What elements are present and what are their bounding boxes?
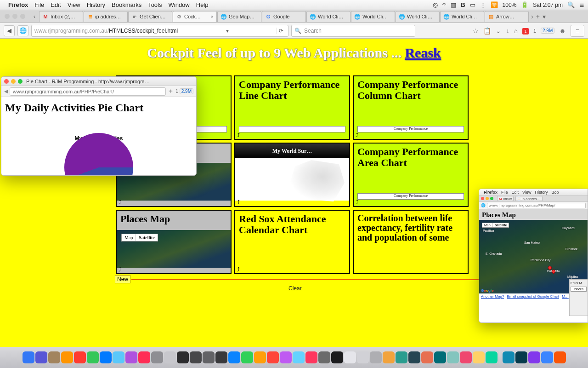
dock-app-icon[interactable] [528, 351, 540, 363]
dropdown-icon[interactable]: ▾ [224, 28, 231, 34]
cell-line-chart[interactable]: Company Performance Line Chart ⤴ [234, 75, 350, 140]
dock-app-icon[interactable] [541, 351, 553, 363]
home-icon[interactable]: ⌂ [514, 27, 517, 34]
dock-app-icon[interactable] [100, 351, 112, 363]
dock-app-icon[interactable] [396, 351, 407, 363]
bold-b-icon[interactable]: B [461, 1, 465, 8]
map-button[interactable]: Map [122, 234, 136, 241]
tab-inbox[interactable]: M Inbox (2,… [39, 11, 83, 22]
tab-worldcli-1[interactable]: 🌐 World Cli… [306, 11, 351, 22]
dock-app-icon[interactable] [408, 351, 420, 363]
cell-column-chart[interactable]: Company Performance Column Chart Company… [353, 75, 469, 140]
dock-app-icon[interactable] [554, 351, 566, 363]
pocket-icon[interactable]: ⌄ [496, 27, 501, 34]
spotlight-icon[interactable]: 🔍 [567, 1, 575, 8]
app-name[interactable]: Firefox [8, 1, 28, 8]
back-icon[interactable]: ◀ [4, 88, 8, 94]
clipboard-icon[interactable]: 📋 [483, 27, 491, 34]
tab-geomap[interactable]: 🌐 Geo Map… [217, 11, 261, 22]
close-icon[interactable] [481, 197, 484, 200]
menu-history[interactable]: History [87, 1, 105, 8]
dock-app-icon[interactable] [35, 351, 47, 363]
map-button[interactable]: Map [482, 223, 493, 227]
tab-worldcli-4[interactable]: 🌐 World Cli… [440, 11, 484, 22]
downloads-icon[interactable]: ↓ [506, 27, 509, 34]
menu-file[interactable]: File [34, 1, 44, 8]
dock-app-icon[interactable] [113, 351, 124, 363]
tab-scroll-left[interactable]: ‹ [30, 13, 39, 20]
clear-link[interactable]: Clear [288, 285, 302, 292]
another-map-link[interactable]: Another Map? [481, 294, 504, 299]
dock-app-icon[interactable] [280, 351, 292, 363]
popup-urlbar[interactable]: www.rjmprogramming.com.au/PHP/PieChart/ [10, 87, 166, 96]
dock-app-icon[interactable] [48, 351, 60, 363]
share-icon[interactable]: ✈ [169, 88, 173, 94]
dock-app-icon[interactable] [241, 351, 253, 363]
tab-getclient[interactable]: IP Get Clien… [128, 11, 172, 22]
tab-arrow[interactable]: ▦ Arrow… [485, 11, 529, 22]
mini-tab-inbox[interactable]: M Inbox [497, 196, 514, 201]
satellite-button[interactable]: Satellite [136, 234, 157, 241]
menu-bookmarks[interactable]: Bookmarks [112, 1, 141, 8]
mini-tab-ip[interactable]: ≣ ip addres… [515, 196, 542, 201]
box-icon[interactable]: ▥ [451, 1, 456, 8]
dock-app-icon[interactable] [151, 351, 163, 363]
url-bar[interactable]: www.rjmprogramming.com.au/ HTMLCSS/cockp… [31, 25, 288, 37]
menu-help[interactable]: Help [196, 1, 209, 8]
popout-icon[interactable]: ⤴ [356, 199, 358, 206]
notification-center-icon[interactable]: ≣ [579, 1, 584, 8]
clock[interactable]: Sat 2:07 pm [533, 2, 563, 8]
dock-app-icon[interactable] [254, 351, 266, 363]
dock-app-icon[interactable] [486, 351, 498, 363]
cell-world-survey[interactable]: My World Sur… ⤴ [234, 143, 350, 207]
dock-app-icon[interactable] [203, 351, 215, 363]
close-dot[interactable] [5, 14, 10, 19]
email-snapshot-link[interactable]: Email snapshot of Google Chart [507, 294, 559, 299]
tab-cockpit[interactable]: ⚙ Cock… × [173, 11, 217, 22]
dock-app-icon[interactable] [215, 351, 227, 363]
search-bar[interactable]: 🔍 Search [291, 25, 415, 37]
tab-google[interactable]: G Google [262, 11, 306, 22]
dock-app-icon[interactable] [515, 351, 527, 363]
mini-map-toggle[interactable]: Map Satellite [482, 223, 509, 228]
popout-icon[interactable]: ⤴ [237, 266, 240, 273]
tab-worldcli-3[interactable]: 🌐 World Cli… [396, 11, 440, 22]
dock-app-icon[interactable] [344, 351, 356, 363]
minimize-icon[interactable] [11, 79, 16, 84]
dock-app-icon[interactable] [23, 351, 34, 363]
mini-urlbar[interactable]: www.rjmprogramming.com.au/PHP/Map/ [487, 203, 586, 208]
dock-app-icon[interactable] [318, 351, 330, 363]
cell-area-chart[interactable]: Company Performance Area Chart Company P… [353, 143, 469, 207]
dock-app-icon[interactable] [138, 351, 150, 363]
window-controls[interactable] [5, 14, 25, 19]
mini-menu-bookmarks[interactable]: Boo [551, 190, 559, 195]
minimize-icon[interactable] [486, 197, 489, 200]
cell-redsox[interactable]: Red Sox Attendance Calendar Chart ⤴ [234, 210, 350, 274]
mini-menu-file[interactable]: File [501, 190, 508, 195]
dock-app-icon[interactable] [61, 351, 73, 363]
popup-placesmap[interactable]: Firefox File Edit View History Boo M Inb… [479, 189, 588, 323]
new-tab-button[interactable]: + [536, 13, 540, 20]
display-icon[interactable]: ▭ [470, 1, 475, 8]
dock-app-icon[interactable] [228, 351, 240, 363]
globe-icon[interactable]: 🌐 [481, 203, 486, 207]
addon-badge[interactable]: 1 [522, 27, 529, 34]
mini-menu-view[interactable]: View [522, 190, 531, 195]
popout-icon[interactable]: ⤴ [356, 132, 358, 139]
popout-icon[interactable]: ⤴ [119, 266, 121, 273]
signal-icon[interactable]: ⋮ [480, 1, 486, 8]
dock-app-icon[interactable] [460, 351, 472, 363]
popup-titlebar[interactable]: Pie Chart - RJM Programming - http://www… [1, 77, 196, 86]
dock-app-icon[interactable] [177, 351, 189, 363]
menu-window[interactable]: Window [169, 1, 190, 8]
dock-app-icon[interactable] [421, 351, 433, 363]
dock-app-icon[interactable] [370, 351, 382, 363]
minimize-dot[interactable] [12, 14, 17, 19]
dock-app-icon[interactable] [434, 351, 446, 363]
smile-icon[interactable]: ☻ [559, 27, 566, 34]
dock-app-icon[interactable] [164, 351, 176, 363]
popup-window-controls[interactable] [4, 79, 23, 84]
map-type-toggle[interactable]: Map Satellite [121, 234, 158, 242]
dock-app-icon[interactable] [125, 351, 137, 363]
dock-app-icon[interactable] [190, 351, 202, 363]
